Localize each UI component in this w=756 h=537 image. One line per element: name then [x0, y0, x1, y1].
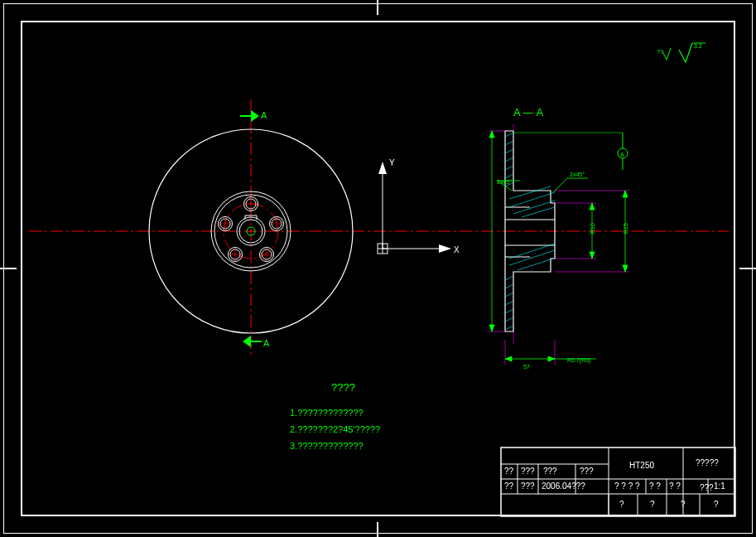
svg-text:?: ?	[619, 500, 624, 509]
svg-text:? ? ? ?: ? ? ? ?	[614, 481, 640, 491]
svg-line-53	[505, 141, 513, 145]
svg-line-70	[509, 250, 555, 265]
svg-marker-43	[439, 244, 451, 253]
svg-line-57	[505, 174, 513, 178]
svg-text:R0.7(R0): R0.7(R0)	[567, 357, 590, 364]
svg-line-55	[505, 157, 513, 162]
surface-finish-symbol: 3.2 ??	[657, 43, 705, 62]
svg-line-71	[509, 244, 555, 259]
svg-marker-93	[505, 356, 512, 361]
svg-line-54	[505, 149, 513, 153]
svg-marker-94	[548, 356, 555, 361]
svg-line-69	[522, 207, 555, 217]
drawing-no: ???	[700, 483, 714, 492]
section-label: A — A	[513, 106, 543, 119]
svg-marker-85	[489, 325, 494, 331]
datum-a: A	[513, 133, 628, 170]
notes-title: ????	[331, 381, 355, 394]
note-3: 3.?????????????	[290, 441, 364, 451]
svg-line-62	[505, 301, 513, 305]
svg-text:???: ???	[521, 481, 535, 491]
svg-line-72	[518, 259, 553, 270]
svg-text:R15: R15	[623, 223, 628, 234]
svg-text:? ?: ? ?	[669, 481, 681, 491]
svg-text:3.2: 3.2	[694, 43, 702, 49]
svg-line-96	[553, 178, 567, 192]
technical-notes: ???? 1.????????????? 2.???????2?45'?????…	[290, 381, 380, 451]
svg-text:2006.04???: 2006.04???	[542, 481, 585, 491]
svg-text:1:1: 1:1	[714, 481, 725, 491]
svg-line-67	[509, 192, 555, 207]
svg-text:??: ??	[657, 49, 663, 55]
section-view: A — A	[489, 106, 629, 370]
svg-text:A: A	[263, 338, 270, 348]
svg-text:2x45°: 2x45°	[570, 172, 585, 177]
title-block: HT250 ????? ??? ?? ??? ??? ??? ?? ??? 20…	[501, 448, 735, 516]
svg-text:?: ?	[681, 500, 686, 509]
svg-text:???: ???	[543, 467, 557, 476]
svg-line-56	[505, 166, 513, 170]
svg-line-64	[505, 317, 513, 322]
svg-text:A: A	[261, 110, 267, 120]
svg-marker-37	[243, 336, 251, 347]
note-1: 1.?????????????	[290, 408, 364, 418]
svg-line-59	[505, 276, 513, 280]
svg-marker-40	[378, 162, 387, 174]
section-mark-bottom: A	[243, 336, 270, 348]
svg-text:??: ??	[504, 481, 514, 491]
svg-text:R10: R10	[590, 223, 595, 234]
svg-line-52	[505, 133, 513, 137]
section-mark-top: A	[240, 110, 267, 122]
svg-line-63	[505, 309, 513, 313]
svg-text:???: ???	[521, 467, 535, 476]
svg-text:?: ?	[650, 500, 655, 509]
svg-marker-34	[251, 110, 259, 122]
svg-text:?: ?	[714, 500, 719, 509]
svg-text:??: ??	[504, 467, 514, 476]
svg-text:A: A	[620, 152, 624, 157]
coordinate-axes: Y X	[378, 158, 460, 254]
material: HT250	[629, 461, 654, 470]
svg-line-66	[509, 186, 551, 199]
svg-marker-91	[590, 252, 595, 259]
drawing-canvas: A A Y X A — A	[0, 0, 756, 537]
svg-line-61	[505, 293, 513, 297]
svg-text:? ?: ? ?	[649, 481, 661, 491]
svg-marker-88	[623, 265, 628, 272]
part-name: ?????	[696, 458, 719, 467]
note-2: 2.???????2?45'?????	[290, 424, 380, 434]
svg-text:2x45°: 2x45°	[497, 179, 512, 185]
svg-text:57: 57	[523, 364, 530, 370]
svg-marker-84	[489, 131, 494, 138]
svg-text:Y: Y	[389, 158, 395, 167]
svg-line-65	[505, 326, 513, 330]
svg-marker-87	[623, 191, 628, 197]
svg-text:X: X	[454, 245, 460, 254]
svg-text:???: ???	[580, 467, 594, 476]
svg-marker-90	[590, 203, 595, 210]
svg-line-60	[505, 284, 513, 288]
